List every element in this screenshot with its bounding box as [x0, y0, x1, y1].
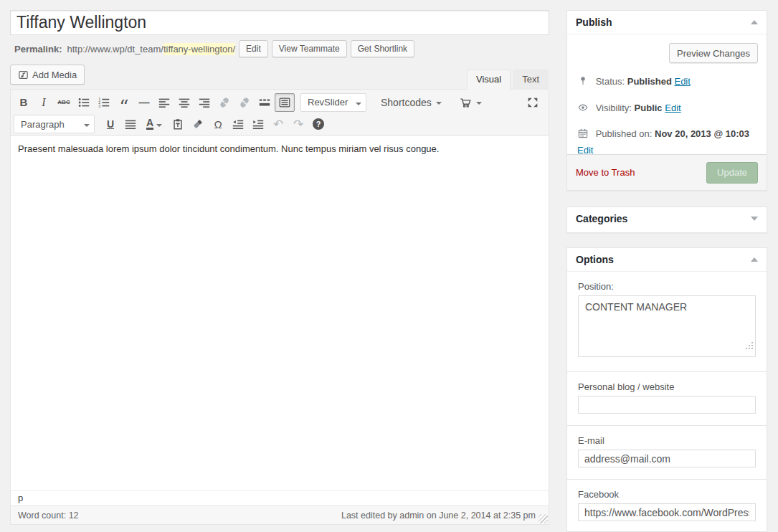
fullscreen-button[interactable]: [523, 93, 543, 112]
update-button[interactable]: Update: [706, 162, 758, 184]
editor-resize-handle[interactable]: [539, 514, 548, 523]
word-count-label: Word count:: [18, 510, 66, 521]
revslider-dropdown[interactable]: RevSlider: [300, 93, 366, 112]
facebook-input[interactable]: [578, 503, 756, 521]
collapse-up-icon[interactable]: [751, 16, 758, 24]
chevron-down-icon: [356, 103, 361, 108]
toolbar-row-2: Paragraph U A Ω ↶ ↷ ?: [11, 113, 549, 136]
post-title-input[interactable]: [10, 10, 549, 35]
text-color-icon: A: [146, 118, 153, 130]
publish-title: Publish: [576, 16, 612, 28]
revslider-label: RevSlider: [308, 97, 348, 108]
visibility-label: Visibility:: [596, 103, 632, 113]
published-label: Published on:: [596, 128, 653, 139]
indent-button[interactable]: [248, 115, 268, 133]
paste-as-text-button[interactable]: [168, 115, 188, 133]
italic-button[interactable]: I: [34, 93, 54, 112]
permalink-edit-button[interactable]: Edit: [239, 40, 268, 57]
omega-icon: Ω: [214, 118, 222, 130]
redo-button[interactable]: ↷: [288, 115, 308, 133]
horizontal-rule-button[interactable]: —: [134, 93, 154, 112]
align-left-icon: [158, 96, 171, 109]
align-center-button[interactable]: [174, 93, 194, 112]
kitchen-sink-button[interactable]: [275, 93, 295, 112]
help-icon: ?: [313, 118, 324, 130]
svg-text:3: 3: [98, 104, 100, 108]
divider: [567, 371, 767, 372]
status-value: Published: [627, 76, 672, 87]
tab-text[interactable]: Text: [513, 70, 549, 90]
add-media-button[interactable]: Add Media: [10, 65, 85, 85]
editor-mode-tabs: Visual Text: [467, 70, 549, 90]
underline-button[interactable]: U: [100, 115, 120, 133]
cart-dropdown[interactable]: [455, 93, 486, 112]
options-title: Options: [576, 254, 614, 265]
element-path: p: [11, 490, 549, 505]
options-panel-header[interactable]: Options: [567, 248, 767, 272]
special-character-button[interactable]: Ω: [208, 115, 228, 133]
publish-body: Preview Changes Status: Published Edit V…: [567, 34, 767, 158]
options-panel: Options Position: CONTENT MANAGER Person…: [566, 247, 767, 532]
permalink-url-base: http://www.wp/dt_team/: [67, 44, 163, 54]
align-left-button[interactable]: [154, 93, 174, 112]
wordpress-post-editor: Permalink: http://www.wp/dt_team/tiffany…: [0, 0, 778, 532]
blockquote-button[interactable]: “: [114, 93, 134, 112]
website-input[interactable]: [578, 396, 756, 414]
collapse-down-icon[interactable]: [751, 217, 758, 224]
email-input[interactable]: [578, 450, 756, 467]
permalink-slug: tiffany-wellington/: [163, 43, 235, 55]
paragraph-format-dropdown[interactable]: Paragraph: [14, 115, 95, 133]
last-edited-text: Last edited by admin on June 2, 2014 at …: [341, 510, 536, 521]
align-center-icon: [178, 96, 191, 109]
help-button[interactable]: ?: [308, 115, 328, 133]
link-button[interactable]: [214, 93, 234, 112]
categories-title: Categories: [576, 213, 627, 224]
editor-statusbar: Word count: 12 Last edited by admin on J…: [11, 505, 549, 524]
options-body: Position: CONTENT MANAGER Personal blog …: [567, 272, 767, 532]
categories-panel-header[interactable]: Categories: [567, 207, 767, 230]
indent-icon: [252, 118, 265, 130]
permalink-url[interactable]: http://www.wp/dt_team/tiffany-wellington…: [67, 44, 235, 54]
unlink-icon: [238, 96, 251, 109]
status-edit-link[interactable]: Edit: [674, 76, 690, 87]
divider: [567, 425, 767, 426]
editor-box: Visual Text B I ABC 123 “ — RevSlider Sh: [10, 89, 549, 525]
cart-icon: [459, 96, 472, 109]
paste-as-text-icon: [171, 118, 184, 130]
textarea-resize-grip[interactable]: [746, 348, 753, 354]
undo-icon: ↶: [273, 117, 283, 132]
publish-panel: Publish Preview Changes Status: Publishe…: [566, 10, 767, 191]
text-color-button[interactable]: A: [141, 115, 168, 133]
more-tag-button[interactable]: [255, 93, 275, 112]
strikethrough-button[interactable]: ABC: [54, 93, 74, 112]
italic-icon: I: [42, 96, 45, 109]
collapse-up-icon[interactable]: [751, 254, 758, 262]
more-tag-icon: [258, 96, 271, 109]
editor-content-area[interactable]: Praesent malesuada lorem ipsum dolor tin…: [11, 136, 549, 490]
align-right-button[interactable]: [194, 93, 214, 112]
horizontal-rule-icon: —: [139, 96, 150, 108]
justify-button[interactable]: [120, 115, 141, 133]
undo-button[interactable]: ↶: [268, 115, 288, 133]
move-to-trash-link[interactable]: Move to Trash: [576, 167, 635, 178]
bold-button[interactable]: B: [14, 93, 34, 112]
preview-changes-button[interactable]: Preview Changes: [669, 43, 758, 63]
position-label: Position:: [578, 281, 756, 292]
visibility-edit-link[interactable]: Edit: [665, 103, 680, 113]
tab-visual[interactable]: Visual: [467, 70, 511, 90]
chevron-down-icon: [156, 124, 162, 130]
publish-panel-header[interactable]: Publish: [567, 11, 767, 34]
status-row: Status: Published Edit: [576, 73, 758, 92]
view-teammate-button[interactable]: View Teammate: [272, 40, 347, 57]
outdent-button[interactable]: [228, 115, 248, 133]
get-shortlink-button[interactable]: Get Shortlink: [351, 40, 414, 57]
numbered-list-button[interactable]: 123: [94, 93, 114, 112]
position-textarea[interactable]: CONTENT MANAGER: [578, 295, 756, 357]
shortcodes-dropdown[interactable]: Shortcodes: [376, 93, 446, 112]
kitchen-sink-icon: [278, 96, 291, 109]
unlink-button[interactable]: [234, 93, 255, 112]
remove-format-button[interactable]: [188, 115, 208, 133]
bullet-list-button[interactable]: [74, 93, 94, 112]
outdent-icon: [232, 118, 245, 130]
eraser-icon: [191, 118, 204, 130]
